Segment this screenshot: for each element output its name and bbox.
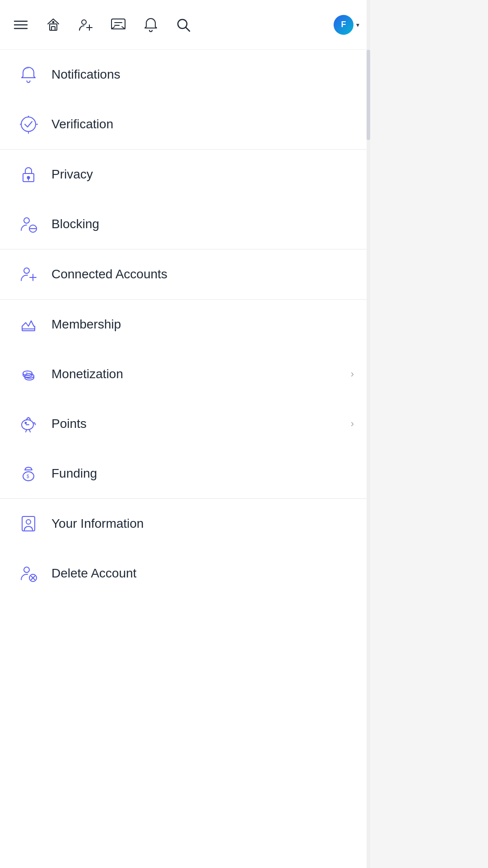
- blocking-icon: [16, 212, 41, 236]
- membership-label: Membership: [51, 317, 354, 332]
- svg-rect-24: [22, 329, 35, 331]
- svg-point-5: [53, 21, 54, 23]
- points-icon: [16, 412, 41, 436]
- avatar-letter: F: [341, 20, 346, 29]
- chevron-down-icon: ▾: [356, 21, 359, 28]
- monetization-label: Monetization: [51, 367, 351, 381]
- menu-item-membership[interactable]: Membership: [0, 300, 370, 349]
- menu-item-monetization[interactable]: $ Monetization ›: [0, 349, 370, 399]
- top-navigation: F ▾: [0, 0, 370, 50]
- monetization-icon: $: [16, 362, 41, 386]
- menu-item-blocking[interactable]: Blocking: [0, 199, 370, 249]
- verification-label: Verification: [51, 117, 354, 131]
- menu-item-connected-accounts[interactable]: Connected Accounts: [0, 249, 370, 299]
- add-user-icon[interactable]: [76, 15, 96, 35]
- menu-item-delete-account[interactable]: Delete Account: [0, 549, 370, 598]
- svg-point-12: [178, 19, 187, 28]
- membership-icon: [16, 312, 41, 337]
- svg-point-14: [21, 117, 36, 131]
- hamburger-icon[interactable]: [11, 15, 31, 35]
- svg-text:$: $: [27, 474, 29, 479]
- menu-item-verification[interactable]: Verification: [0, 99, 370, 149]
- avatar-circle: F: [334, 15, 353, 35]
- menu-item-notifications[interactable]: Notifications: [0, 50, 370, 99]
- points-chevron: ›: [351, 418, 354, 430]
- svg-text:$: $: [26, 371, 28, 375]
- menu-item-funding[interactable]: $ Funding: [0, 449, 370, 498]
- svg-point-29: [25, 422, 27, 424]
- svg-point-6: [82, 20, 86, 24]
- your-information-label: Your Information: [51, 516, 354, 531]
- svg-line-13: [186, 28, 190, 31]
- notifications-bell-icon[interactable]: [141, 15, 161, 35]
- menu-item-points[interactable]: Points ›: [0, 399, 370, 449]
- connected-accounts-icon: [16, 262, 41, 286]
- privacy-icon: [16, 162, 41, 187]
- monetization-chevron: ›: [351, 368, 354, 380]
- svg-point-35: [24, 567, 29, 572]
- verification-icon: [16, 112, 41, 136]
- svg-point-34: [26, 520, 31, 524]
- svg-point-18: [24, 218, 29, 223]
- funding-icon: $: [16, 461, 41, 486]
- home-icon[interactable]: [43, 15, 63, 35]
- funding-label: Funding: [51, 466, 354, 481]
- user-avatar[interactable]: F ▾: [334, 15, 359, 35]
- connected-accounts-label: Connected Accounts: [51, 267, 354, 282]
- svg-rect-4: [51, 27, 55, 30]
- delete-account-icon: [16, 561, 41, 586]
- notifications-menu-icon: [16, 62, 41, 87]
- notifications-label: Notifications: [51, 67, 354, 82]
- settings-menu: Notifications Verification: [0, 50, 370, 598]
- menu-item-your-information[interactable]: Your Information: [0, 499, 370, 549]
- menu-item-privacy[interactable]: Privacy: [0, 150, 370, 199]
- privacy-label: Privacy: [51, 167, 354, 182]
- delete-account-label: Delete Account: [51, 566, 354, 581]
- blocking-label: Blocking: [51, 217, 354, 231]
- points-label: Points: [51, 417, 351, 431]
- your-information-icon: [16, 511, 41, 536]
- svg-point-21: [24, 268, 29, 273]
- messages-icon[interactable]: [108, 15, 128, 35]
- search-icon[interactable]: [173, 15, 193, 35]
